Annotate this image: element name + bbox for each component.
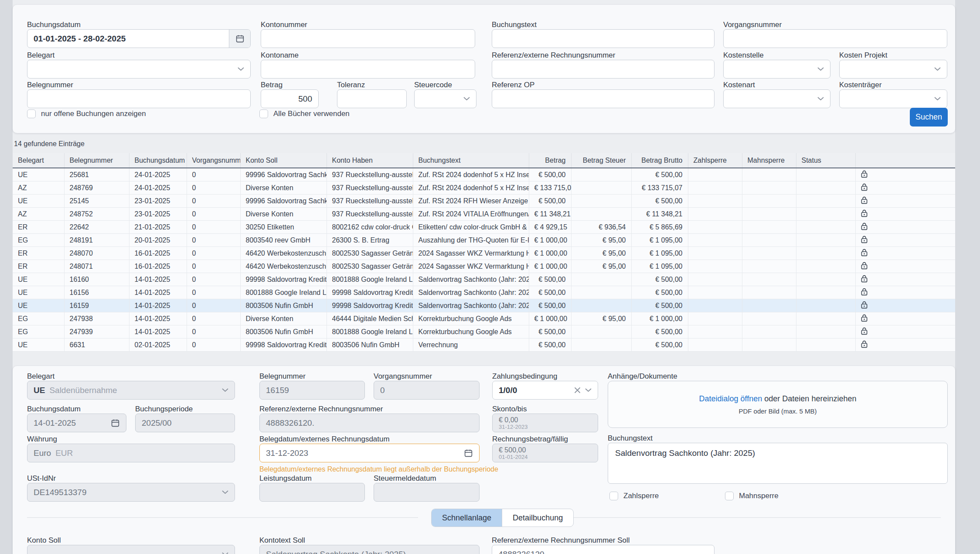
cell-konto_soll: 8003540 reev GmbH xyxy=(240,234,327,247)
table-row[interactable]: UE1615614-01-202508001888 Google Ireland… xyxy=(13,286,955,299)
cell-betrag_steuer xyxy=(571,325,631,339)
column-header-status[interactable]: Status xyxy=(796,153,855,168)
table-row[interactable]: ER2264221-01-2025030250 Etiketten8002162… xyxy=(13,221,955,234)
column-header-belegart[interactable]: Belegart xyxy=(13,153,64,168)
clear-icon[interactable] xyxy=(574,387,581,393)
belegart-filter-select[interactable] xyxy=(27,60,251,79)
kostentraeger-filter-select[interactable] xyxy=(839,89,947,108)
toleranz-filter-input[interactable] xyxy=(337,89,407,108)
cell-konto_haben: 937 Rueckstellung-aussteh.... xyxy=(327,208,413,221)
steuercode-filter-select[interactable] xyxy=(414,89,476,108)
cell-actions xyxy=(855,221,955,234)
zahlungsbedingung-select[interactable]: 1/0/0 xyxy=(492,381,598,400)
vorgangsnummer-filter-input[interactable] xyxy=(723,29,947,48)
table-row[interactable]: EG24793914-01-202508003506 Nufin GmbH800… xyxy=(13,325,955,339)
kontonummer-filter-input[interactable] xyxy=(261,29,475,48)
cell-status xyxy=(796,181,855,195)
referenz-op-filter-input[interactable] xyxy=(492,89,715,108)
zahlsperre-checkbox[interactable] xyxy=(609,492,618,500)
tab-detailbuchung[interactable]: Detailbuchung xyxy=(502,509,573,527)
table-row[interactable]: UE663102-01-2025099998 Saldovortrag Kred… xyxy=(13,339,955,352)
table-row[interactable]: UE2514523-01-2025099996 Saldovortrag Sac… xyxy=(13,195,955,208)
cell-status xyxy=(796,299,855,312)
kontoname-filter-input[interactable] xyxy=(261,60,475,79)
suchen-button[interactable]: Suchen xyxy=(910,108,948,127)
belegnummer-filter-input[interactable] xyxy=(27,89,251,108)
cell-belegart: ER xyxy=(13,260,64,273)
booking-tabs: Schnellanlage Detailbuchung xyxy=(431,509,574,527)
tab-schnellanlage[interactable]: Schnellanlage xyxy=(432,509,502,527)
cell-zahlsperre xyxy=(688,195,742,208)
column-header-mahnsperre[interactable]: Mahnsperre xyxy=(742,153,796,168)
cell-buchungstext: Zuf. RSt 2024 dodenhof 5 x HZ Inserti... xyxy=(413,181,529,195)
table-row[interactable]: EG24819120-01-202508003540 reev GmbH2630… xyxy=(13,234,955,247)
column-header-betrag_steuer[interactable]: Betrag Steuer xyxy=(571,153,631,168)
table-row[interactable]: AZ24875223-01-20250Diverse Konten937 Rue… xyxy=(13,208,955,221)
column-header-konto_haben[interactable]: Konto Haben xyxy=(327,153,413,168)
kontotext-soll-input: Saldenvortrag Sachkonto (Jahr: 2025) xyxy=(259,545,480,554)
vorgangsnummer-detail-label: Vorgangsnummer xyxy=(374,372,432,381)
zahlsperre-checkbox-label: Zahlsperre xyxy=(623,492,659,500)
calendar-icon[interactable] xyxy=(229,30,250,48)
cell-belegnummer: 25145 xyxy=(64,195,129,208)
cell-betrag_steuer: € 936,54 xyxy=(571,221,631,234)
referenz-filter-input[interactable] xyxy=(492,60,715,79)
buchungstext-filter-input[interactable] xyxy=(492,29,715,48)
cell-konto_haben: 99998 Saldovortrag Kreditor... xyxy=(327,286,413,299)
column-header-konto_soll[interactable]: Konto Soll xyxy=(240,153,327,168)
buchungstext-detail-textarea[interactable]: Saldenvortrag Sachkonto (Jahr: 2025) xyxy=(608,443,948,484)
column-header-buchungstext[interactable]: Buchungstext xyxy=(413,153,529,168)
cell-betrag_brutto: € 500,00 xyxy=(631,299,688,312)
table-row[interactable]: UE2568124-01-2025099996 Saldovortrag Sac… xyxy=(13,168,955,181)
calendar-icon[interactable] xyxy=(464,448,473,458)
table-header-row: BelegartBelegnummerBuchungsdatumVorgangs… xyxy=(13,153,955,168)
cell-status xyxy=(796,260,855,273)
table-row[interactable]: EG24793814-01-20250Diverse Konten46444 D… xyxy=(13,312,955,325)
belegdatum-input[interactable]: 31-12-2023 xyxy=(259,444,480,462)
table-row[interactable]: UE1615914-01-202508003506 Nufin GmbH9999… xyxy=(13,299,955,312)
belegdatum-value: 31-12-2023 xyxy=(266,448,464,458)
konto-soll-select[interactable] xyxy=(27,545,235,554)
cell-mahnsperre xyxy=(742,299,796,312)
cell-buchungstext: Etiketten/ cdw color-druck GmbH & C... xyxy=(413,221,529,234)
chevron-down-icon xyxy=(222,490,228,494)
kostenstelle-filter-select[interactable] xyxy=(723,60,830,79)
mahnsperre-checkbox[interactable] xyxy=(725,492,734,500)
cell-buchungstext: 2024 Sagasser WKZ Vermarktung HZ ... xyxy=(413,247,529,260)
cell-belegnummer: 16159 xyxy=(64,299,129,312)
cell-status xyxy=(796,208,855,221)
column-header-betrag_brutto[interactable]: Betrag Brutto xyxy=(631,153,688,168)
nur-offene-checkbox[interactable] xyxy=(27,109,36,118)
cell-betrag_brutto: € 11 348,21 xyxy=(631,208,688,221)
cell-buchungsdatum: 23-01-2025 xyxy=(129,195,187,208)
column-header-betrag[interactable]: Betrag xyxy=(529,153,571,168)
skonto-value: € 0,00 xyxy=(499,416,518,424)
table-row[interactable]: AZ24876924-01-20250Diverse Konten937 Rue… xyxy=(13,181,955,195)
kostenart-filter-select[interactable] xyxy=(723,89,830,108)
alle-buecher-checkbox[interactable] xyxy=(259,109,268,118)
kosten-projekt-filter-select[interactable] xyxy=(839,60,947,79)
tab-divider-right xyxy=(557,517,941,518)
cell-mahnsperre xyxy=(742,286,796,299)
referenz-soll-input[interactable]: 4888326120. xyxy=(492,545,715,554)
steuercode-filter-label: Steuercode xyxy=(414,81,452,89)
column-header-vorgangsnummer[interactable]: Vorgangsnummer xyxy=(187,153,240,168)
cell-actions xyxy=(855,181,955,195)
file-dropzone[interactable]: Dateidialog öffnen oder Dateien hereinzi… xyxy=(608,381,948,428)
table-row[interactable]: ER24807016-01-2025046420 Werbekostenzusc… xyxy=(13,247,955,260)
cell-konto_haben: 26300 S. B. Ertrag xyxy=(327,234,413,247)
column-header-zahlsperre[interactable]: Zahlsperre xyxy=(688,153,742,168)
column-header-buchungsdatum[interactable]: Buchungsdatum xyxy=(129,153,187,168)
column-header-belegnummer[interactable]: Belegnummer xyxy=(64,153,129,168)
waehrung-label: Währung xyxy=(27,435,57,444)
dateidialog-link[interactable]: Dateidialog öffnen xyxy=(699,394,762,403)
table-row[interactable]: UE1616014-01-2025099998 Saldovortrag Kre… xyxy=(13,273,955,286)
buchungsdatum-filter-input[interactable]: 01-01-2025 - 28-02-2025 xyxy=(27,29,251,48)
table-row[interactable]: ER24807116-01-2025046420 Werbekostenzusc… xyxy=(13,260,955,273)
lock-icon xyxy=(861,303,868,310)
cell-konto_soll: Diverse Konten xyxy=(240,312,327,325)
cell-betrag: € 1 000,00 xyxy=(529,260,571,273)
betrag-filter-input[interactable]: 500 xyxy=(261,89,319,108)
cell-buchungsdatum: 21-01-2025 xyxy=(129,221,187,234)
cell-zahlsperre xyxy=(688,339,742,352)
